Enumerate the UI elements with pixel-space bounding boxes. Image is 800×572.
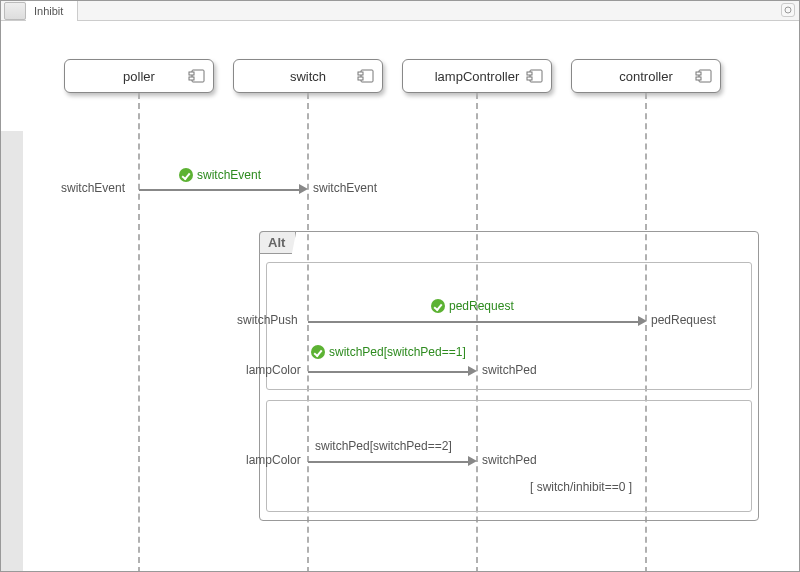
check-icon <box>431 299 445 313</box>
svg-rect-12 <box>696 77 701 80</box>
svg-rect-2 <box>189 72 194 75</box>
svg-rect-9 <box>527 77 532 80</box>
message-name: switchPed[switchPed==2] <box>315 439 452 453</box>
lifeline-label: controller <box>619 69 672 84</box>
lifeline-controller[interactable]: controller <box>571 59 721 93</box>
arrowhead-icon <box>468 456 477 466</box>
message-to-label: switchEvent <box>313 181 377 195</box>
lifeline-switch[interactable]: switch <box>233 59 383 93</box>
message-to-label: switchPed <box>482 363 537 377</box>
message-arrow[interactable] <box>139 189 299 191</box>
tab-inhibit[interactable]: Inhibit <box>26 1 78 21</box>
message-arrow[interactable] <box>308 371 468 373</box>
message-from-label: switchEvent <box>61 181 125 195</box>
svg-rect-8 <box>527 72 532 75</box>
check-icon <box>311 345 325 359</box>
lifeline-poller[interactable]: poller <box>64 59 214 93</box>
svg-rect-5 <box>358 72 363 75</box>
arrowhead-icon <box>299 184 308 194</box>
message-arrow[interactable] <box>308 321 638 323</box>
svg-point-0 <box>785 7 791 13</box>
message-from-label: switchPush <box>237 313 298 327</box>
message-from-label: lampColor <box>246 363 301 377</box>
message-to-label: pedRequest <box>651 313 716 327</box>
alt-operator-tag: Alt <box>259 231 296 254</box>
tab-drag-handle[interactable] <box>4 2 26 20</box>
message-name: switchPed[switchPed==1] <box>311 345 466 359</box>
svg-rect-11 <box>696 72 701 75</box>
tab-bar: Inhibit <box>1 1 799 21</box>
component-icon <box>694 66 714 86</box>
message-from-label: lampColor <box>246 453 301 467</box>
lifeline-label: lampController <box>435 69 520 84</box>
message-to-label: switchPed <box>482 453 537 467</box>
check-icon <box>179 168 193 182</box>
svg-rect-3 <box>189 77 194 80</box>
lifeline-dash <box>138 93 140 572</box>
arrowhead-icon <box>468 366 477 376</box>
message-arrow[interactable] <box>308 461 468 463</box>
svg-rect-6 <box>358 77 363 80</box>
arrowhead-icon <box>638 316 647 326</box>
message-name: switchEvent <box>179 168 261 182</box>
close-icon[interactable] <box>781 3 795 17</box>
lifeline-label: switch <box>290 69 326 84</box>
diagram-window: Inhibit poller switch lampController <box>0 0 800 572</box>
component-icon <box>187 66 207 86</box>
component-icon <box>525 66 545 86</box>
sequence-canvas[interactable]: poller switch lampController controller <box>1 21 799 572</box>
message-name: pedRequest <box>431 299 514 313</box>
component-icon <box>356 66 376 86</box>
lifeline-lampcontroller[interactable]: lampController <box>402 59 552 93</box>
tab-label: Inhibit <box>34 5 63 17</box>
lifeline-label: poller <box>123 69 155 84</box>
ruler-gutter <box>1 131 23 572</box>
